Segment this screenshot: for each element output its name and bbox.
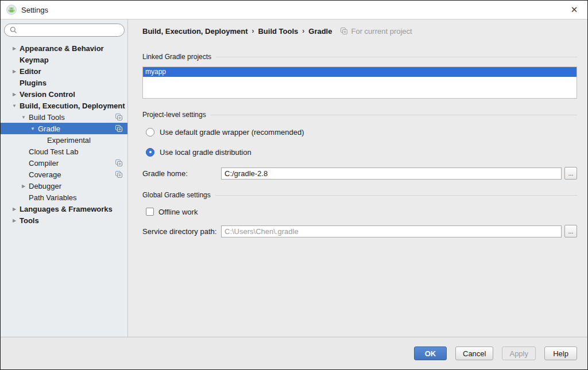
sidebar-item-tools[interactable]: ▶Tools [1, 215, 127, 226]
breadcrumb: Build, Execution, Deployment›Build Tools… [142, 25, 577, 37]
section-title: Project-level settings [142, 111, 206, 119]
chevron-down-icon[interactable]: ▼ [28, 126, 38, 131]
service-directory-browse-button[interactable]: ... [564, 225, 577, 237]
close-icon[interactable]: ✕ [567, 5, 582, 15]
sidebar-item-label: Appearance & Behavior [20, 44, 104, 53]
linked-projects-list[interactable]: myapp [142, 67, 577, 99]
service-directory-input[interactable] [221, 225, 562, 237]
chevron-right-icon[interactable]: ▶ [18, 184, 29, 189]
per-project-settings-icon [115, 113, 123, 121]
chevron-right-icon[interactable]: ▶ [9, 69, 20, 74]
ok-button[interactable]: OK [414, 346, 447, 360]
android-studio-icon [6, 5, 17, 15]
sidebar-item-compiler[interactable]: Compiler [1, 157, 127, 169]
breadcrumb-item-build-tools[interactable]: Build Tools [258, 27, 298, 36]
sidebar-item-label: Debugger [29, 182, 61, 190]
title-bar: Settings ✕ [1, 1, 587, 20]
offline-work-checkbox[interactable] [146, 208, 154, 216]
settings-dialog: Settings ✕ ▶Appearance & BehaviorKeymap▶… [0, 0, 588, 370]
sidebar-item-label: Cloud Test Lab [29, 147, 79, 156]
sidebar-item-label: Build, Execution, Deployment [20, 102, 125, 110]
sidebar-item-coverage[interactable]: Coverage [1, 169, 127, 180]
section-linked-gradle-projects: Linked Gradle projects [142, 53, 577, 61]
search-area [1, 20, 127, 41]
sidebar-item-label: Plugins [20, 79, 47, 87]
sidebar-item-debugger[interactable]: ▶Debugger [1, 180, 127, 192]
sidebar-item-label: Gradle [38, 124, 60, 133]
breadcrumb-item-build-execution-deployment[interactable]: Build, Execution, Deployment [142, 27, 247, 36]
per-project-settings-icon [115, 170, 123, 178]
sidebar-item-gradle[interactable]: ▼Gradle [1, 123, 127, 134]
help-button[interactable]: Help [544, 346, 577, 360]
radio-row-use-default-gradle-wrapper-recommended[interactable]: Use default gradle wrapper (recommended) [146, 127, 577, 137]
per-project-settings-icon [340, 27, 348, 35]
linked-project-row-myapp[interactable]: myapp [143, 67, 577, 77]
breadcrumb-items: Build, Execution, Deployment›Build Tools… [142, 27, 332, 36]
sidebar-item-label: Editor [20, 67, 41, 76]
dialog-footer: OKCancelApplyHelp [1, 337, 587, 369]
search-icon [10, 26, 17, 34]
section-title: Global Gradle settings [142, 191, 211, 199]
sidebar-item-build-tools[interactable]: ▼Build Tools [1, 111, 127, 123]
sidebar-item-label: Build Tools [29, 113, 65, 122]
chevron-right-icon[interactable]: ▶ [9, 218, 20, 223]
chevron-right-icon[interactable]: ▶ [9, 207, 20, 212]
breadcrumb-separator: › [252, 27, 254, 35]
settings-content: Build, Execution, Deployment›Build Tools… [128, 20, 587, 337]
breadcrumb-item-gradle[interactable]: Gradle [308, 27, 332, 36]
sidebar-item-label: Experimental [47, 136, 91, 145]
gradle-home-row: Gradle home: ... [142, 167, 577, 180]
gradle-distribution-radio-group: Use default gradle wrapper (recommended)… [142, 127, 577, 157]
breadcrumb-separator: › [302, 27, 304, 35]
settings-sidebar: ▶Appearance & BehaviorKeymap▶EditorPlugi… [1, 20, 128, 337]
radio-label: Use local gradle distribution [160, 148, 252, 157]
offline-work-row[interactable]: Offline work [146, 207, 577, 216]
per-project-settings-icon [115, 124, 123, 133]
sidebar-item-plugins[interactable]: Plugins [1, 77, 127, 88]
sidebar-item-editor[interactable]: ▶Editor [1, 65, 127, 77]
sidebar-item-path-variables[interactable]: Path Variables [1, 192, 127, 203]
section-divider [215, 195, 577, 196]
apply-button: Apply [502, 346, 536, 360]
radio-button-use-local-gradle-distribution[interactable] [146, 148, 154, 157]
for-current-project-badge: For current project [340, 27, 412, 36]
radio-label: Use default gradle wrapper (recommended) [160, 128, 304, 137]
per-project-settings-icon [115, 159, 123, 167]
gradle-home-label: Gradle home: [142, 169, 221, 178]
section-divider [211, 115, 577, 115]
chevron-right-icon[interactable]: ▶ [9, 46, 20, 51]
sidebar-item-label: Path Variables [29, 193, 77, 202]
sidebar-item-languages-frameworks[interactable]: ▶Languages & Frameworks [1, 203, 127, 215]
radio-row-use-local-gradle-distribution[interactable]: Use local gradle distribution [146, 147, 577, 157]
section-global-gradle-settings: Global Gradle settings [142, 191, 577, 199]
offline-work-label: Offline work [158, 208, 198, 216]
chevron-right-icon[interactable]: ▶ [9, 92, 20, 97]
search-box[interactable] [4, 24, 125, 37]
gradle-home-browse-button[interactable]: ... [564, 167, 577, 180]
search-input[interactable] [20, 26, 119, 34]
section-title: Linked Gradle projects [142, 53, 211, 61]
sidebar-item-build-execution-deployment[interactable]: ▼Build, Execution, Deployment [1, 100, 127, 111]
section-divider [216, 57, 577, 57]
sidebar-item-keymap[interactable]: Keymap [1, 54, 127, 65]
sidebar-item-label: Version Control [20, 90, 75, 99]
sidebar-item-appearance-behavior[interactable]: ▶Appearance & Behavior [1, 42, 127, 54]
section-project-level-settings: Project-level settings [142, 111, 577, 119]
window-title: Settings [21, 6, 48, 14]
sidebar-item-label: Tools [20, 216, 39, 225]
service-directory-label: Service directory path: [142, 227, 221, 236]
cancel-button[interactable]: Cancel [455, 346, 493, 360]
sidebar-item-label: Languages & Frameworks [20, 205, 113, 213]
sidebar-item-cloud-test-lab[interactable]: Cloud Test Lab [1, 146, 127, 157]
settings-tree: ▶Appearance & BehaviorKeymap▶EditorPlugi… [1, 42, 127, 226]
dialog-body: ▶Appearance & BehaviorKeymap▶EditorPlugi… [1, 20, 587, 337]
sidebar-item-version-control[interactable]: ▶Version Control [1, 88, 127, 100]
gradle-home-input[interactable] [221, 168, 562, 180]
chevron-down-icon[interactable]: ▼ [18, 115, 29, 120]
sidebar-item-label: Compiler [29, 159, 59, 168]
service-directory-row: Service directory path: ... [142, 225, 577, 237]
radio-button-use-default-gradle-wrapper-recommended[interactable] [146, 128, 154, 137]
chevron-down-icon[interactable]: ▼ [9, 103, 20, 108]
sidebar-item-label: Keymap [20, 56, 49, 64]
sidebar-item-experimental[interactable]: Experimental [1, 134, 127, 146]
